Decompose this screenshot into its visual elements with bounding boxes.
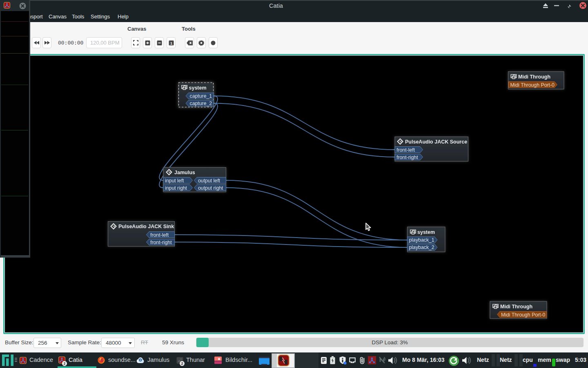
svg-text:Midi Through Port-0: Midi Through Port-0 [510,82,555,88]
svg-text:front-left: front-left [150,232,169,238]
svg-text:input right: input right [165,185,187,191]
svg-text:input left: input left [165,178,184,184]
svg-text:PulseAudio JACK Sink: PulseAudio JACK Sink [118,224,174,229]
svg-text:1: 1 [170,41,172,45]
svg-text:front-right: front-right [396,155,418,160]
svg-text:output right: output right [198,185,223,191]
svg-text:Midi Through Port-0: Midi Through Port-0 [501,312,546,318]
svg-text:Jamulus: Jamulus [174,170,195,175]
svg-text:system: system [189,85,207,91]
svg-text:Midi Through: Midi Through [518,74,550,80]
svg-text:front-left: front-left [396,147,415,153]
svg-text:Midi Through: Midi Through [500,304,532,310]
svg-text:playback_1: playback_1 [409,237,434,243]
svg-text:capture_2: capture_2 [190,101,212,106]
svg-text:PulseAudio JACK Source: PulseAudio JACK Source [405,139,467,145]
svg-text:playback_2: playback_2 [409,245,434,250]
svg-text:capture_1: capture_1 [190,93,212,99]
svg-text:output left: output left [198,178,220,184]
svg-text:front-right: front-right [150,240,172,245]
svg-text:system: system [417,229,435,235]
